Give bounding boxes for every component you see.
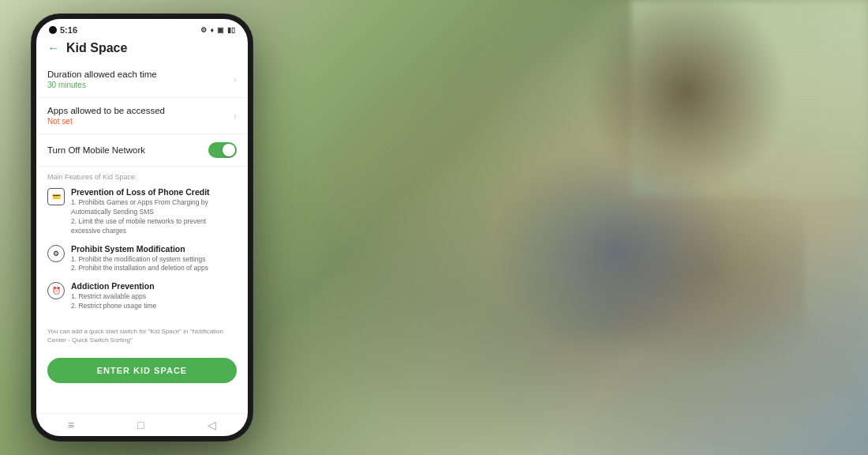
credit-desc-1: 1. Prohibits Games or Apps From Charging… [71, 198, 237, 217]
system-title: Prohibit System Modification [71, 244, 208, 254]
quick-tip: You can add a quick start switch for "Ki… [36, 322, 248, 352]
duration-setting[interactable]: Duration allowed each time 30 minutes › [36, 62, 248, 98]
status-time: 5:16 [60, 25, 77, 35]
feature-item-system: ⚙ Prohibit System Modification 1. Prohib… [47, 244, 237, 274]
credit-desc-2: 2. Limit the use of mobile networks to p… [71, 217, 237, 236]
duration-chevron: › [234, 74, 237, 85]
addiction-desc-1: 1. Restrict available apps [71, 292, 156, 302]
addiction-icon: ⏰ [47, 282, 65, 299]
nav-home-icon[interactable]: □ [137, 419, 144, 431]
nav-menu-icon[interactable]: ≡ [68, 419, 74, 431]
settings-icon: ⚙ [200, 26, 207, 34]
credit-icon: 💳 [47, 188, 65, 205]
content-area: Duration allowed each time 30 minutes › … [36, 62, 248, 413]
system-desc-1: 1. Prohibit the modification of system s… [71, 255, 208, 265]
apps-setting[interactable]: Apps allowed to be accessed Not set › [36, 98, 248, 134]
background-person [331, 0, 805, 455]
features-heading: Main Features of Kid Space: [47, 173, 237, 181]
addiction-title: Addiction Prevention [71, 281, 156, 291]
system-icon: ⚙ [47, 245, 65, 262]
feature-item-addiction: ⏰ Addiction Prevention 1. Restrict avail… [47, 281, 237, 311]
enter-button-container: ENTER KID SPACE [36, 353, 248, 391]
network-toggle-label: Turn Off Mobile Network [47, 145, 145, 155]
apps-value: Not set [47, 117, 234, 126]
back-button[interactable]: ← [47, 41, 60, 55]
features-section: Main Features of Kid Space: 💳 Prevention… [36, 167, 248, 322]
network-toggle[interactable] [208, 142, 237, 158]
location-icon: ♦ [210, 26, 214, 34]
enter-kid-space-button[interactable]: ENTER KID SPACE [47, 358, 237, 383]
battery-icon: ▮▯ [227, 26, 235, 34]
nav-back-icon[interactable]: ◁ [208, 419, 216, 431]
status-icons: ⚙ ♦ ▣ ▮▯ [200, 26, 235, 34]
network-toggle-row: Turn Off Mobile Network [36, 134, 248, 167]
duration-value: 30 minutes [47, 81, 234, 89]
apps-chevron: › [234, 111, 237, 122]
feature-item-credit: 💳 Prevention of Loss of Phone Credit 1. … [47, 187, 237, 236]
camera-hole [49, 26, 57, 34]
addiction-desc-2: 2. Restrict phone usage time [71, 302, 156, 311]
phone-frame: 5:16 ⚙ ♦ ▣ ▮▯ ← Kid Space [32, 14, 253, 441]
status-bar: 5:16 ⚙ ♦ ▣ ▮▯ [36, 19, 248, 38]
phone-screen: 5:16 ⚙ ♦ ▣ ▮▯ ← Kid Space [36, 19, 248, 436]
header: ← Kid Space [36, 38, 248, 62]
credit-title: Prevention of Loss of Phone Credit [71, 187, 237, 197]
duration-label: Duration allowed each time [47, 70, 234, 79]
signal-icon: ▣ [217, 26, 224, 34]
phone-wrapper: 5:16 ⚙ ♦ ▣ ▮▯ ← Kid Space [32, 14, 253, 441]
apps-label: Apps allowed to be accessed [47, 106, 234, 115]
page-title: Kid Space [66, 41, 127, 55]
system-desc-2: 2. Prohibit the installation and deletio… [71, 264, 208, 273]
nav-bar: ≡ □ ◁ [36, 413, 248, 436]
